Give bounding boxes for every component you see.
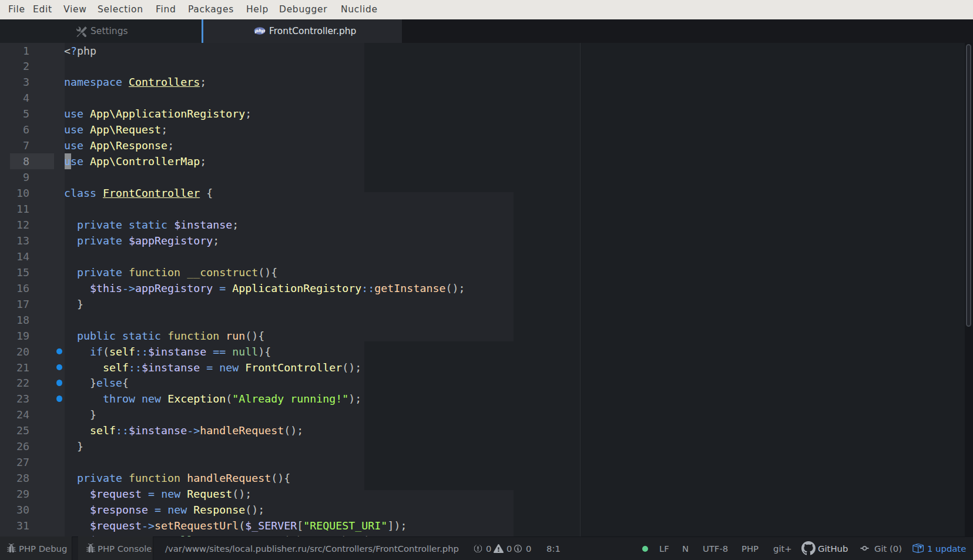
line-number[interactable]: 13	[0, 233, 29, 249]
code-token	[64, 472, 77, 484]
line-number[interactable]: 14	[0, 249, 29, 264]
code-token: ApplicationRegistory	[232, 282, 361, 294]
code-token	[135, 393, 142, 405]
menu-find[interactable]: Find	[156, 0, 176, 19]
line-number[interactable]: 12	[0, 217, 29, 233]
code-editor[interactable]: 1234567891011121314151617181920212223242…	[0, 43, 973, 536]
menu-debugger[interactable]: Debugger	[279, 0, 327, 19]
menu-nuclide[interactable]: Nuclide	[341, 0, 378, 19]
scrollbar-thumb[interactable]	[966, 44, 971, 327]
line-number[interactable]: 9	[0, 169, 29, 185]
breakpoint-dot[interactable]	[56, 348, 62, 355]
php-console-button[interactable]: PHP Console	[78, 536, 153, 560]
line-number[interactable]: 10	[0, 185, 29, 201]
line-ending[interactable]: LF	[659, 536, 669, 560]
code-token: ){	[258, 346, 271, 358]
line-number[interactable]: 11	[0, 201, 29, 217]
line-number[interactable]: 29	[0, 486, 29, 502]
code-token	[122, 219, 129, 231]
code-token: ::	[129, 361, 142, 374]
line-number[interactable]: 17	[0, 296, 29, 312]
line-number[interactable]: 3	[0, 74, 29, 90]
code-token: ;	[167, 139, 174, 152]
code-token: $appRegistory	[129, 234, 213, 247]
warning-icon	[494, 544, 504, 554]
line-number[interactable]: 28	[0, 470, 29, 486]
code-token: (){	[245, 330, 264, 342]
line-number[interactable]: 6	[0, 122, 29, 138]
code-token: ;	[193, 534, 206, 536]
update-label[interactable]: 1 update	[927, 536, 966, 560]
line-number[interactable]: 25	[0, 422, 29, 438]
code-line-6: use App\Request;	[64, 122, 167, 138]
menu-view[interactable]: View	[63, 0, 87, 19]
tab-settings[interactable]: Settings	[0, 19, 202, 43]
gutter[interactable]: 1234567891011121314151617181920212223242…	[0, 43, 65, 536]
tab-bar: Settings php FrontController.php	[0, 19, 973, 43]
code-token	[64, 488, 90, 500]
indent-mode[interactable]: N	[682, 536, 689, 560]
line-number[interactable]: 31	[0, 518, 29, 534]
line-number[interactable]: 7	[0, 138, 29, 153]
github-label[interactable]: GitHub	[818, 536, 848, 560]
menu-help[interactable]: Help	[246, 0, 269, 19]
vertical-scrollbar[interactable]	[965, 43, 973, 536]
breakpoint-dot[interactable]	[56, 380, 62, 386]
line-number[interactable]: 22	[0, 375, 29, 391]
editor-tile-mid	[364, 192, 514, 341]
line-number[interactable]: 4	[0, 90, 29, 106]
line-number[interactable]: 23	[0, 391, 29, 407]
line-number[interactable]: 16	[0, 280, 29, 296]
line-number[interactable]: 20	[0, 344, 29, 360]
line-number[interactable]: 5	[0, 106, 29, 122]
code-token: }	[64, 298, 83, 310]
menu-edit[interactable]: Edit	[33, 0, 52, 19]
code-token: null	[167, 534, 193, 536]
code-token	[148, 504, 155, 516]
line-number[interactable]: 15	[0, 264, 29, 280]
menu-file[interactable]: File	[8, 0, 25, 19]
breakpoint-dot[interactable]	[56, 395, 62, 402]
code-line-28: private function handleRequest(){	[64, 470, 290, 486]
line-number[interactable]: 2	[0, 58, 29, 74]
code-token: ();	[284, 424, 303, 437]
git-status-dot	[642, 546, 648, 552]
line-number[interactable]: 24	[0, 407, 29, 422]
git-label[interactable]: Git (0)	[874, 536, 902, 560]
error-icon	[474, 544, 482, 553]
line-number[interactable]: 21	[0, 360, 29, 375]
tab-frontcontroller[interactable]: php FrontController.php	[203, 19, 402, 43]
code-token: <	[64, 45, 71, 57]
code-token	[206, 346, 213, 358]
line-number[interactable]: 1	[0, 43, 29, 59]
line-number[interactable]: 30	[0, 502, 29, 518]
menu-selection[interactable]: Selection	[98, 0, 143, 19]
line-number[interactable]: 26	[0, 438, 29, 454]
github-icon[interactable]	[801, 541, 816, 555]
branch[interactable]: git+	[773, 536, 792, 560]
code-token	[213, 282, 219, 294]
git-commit-icon[interactable]	[859, 544, 870, 553]
code-token: Controllers	[129, 76, 200, 88]
code-token: function	[129, 472, 180, 484]
code-token: new	[161, 488, 180, 500]
package-icon[interactable]	[912, 542, 924, 554]
line-number[interactable]: 8	[0, 153, 29, 169]
code-token	[122, 266, 129, 279]
code-token	[64, 504, 90, 516]
line-number[interactable]: 32	[0, 532, 29, 536]
code-token	[122, 76, 129, 88]
encoding[interactable]: UTF-8	[703, 536, 728, 560]
code-token	[200, 361, 206, 374]
line-number[interactable]: 27	[0, 454, 29, 470]
line-number[interactable]: 18	[0, 312, 29, 328]
code-line-1: <?php	[64, 43, 96, 59]
cursor-position[interactable]: 8:1	[546, 536, 561, 560]
menu-packages[interactable]: Packages	[188, 0, 234, 19]
line-number[interactable]: 19	[0, 328, 29, 344]
code-token: App\Response	[90, 139, 167, 152]
php-debug-button[interactable]: PHP Debug	[0, 536, 72, 560]
php-logo-icon: php	[254, 27, 266, 35]
grammar[interactable]: PHP	[742, 536, 759, 560]
breakpoint-dot[interactable]	[56, 364, 62, 371]
